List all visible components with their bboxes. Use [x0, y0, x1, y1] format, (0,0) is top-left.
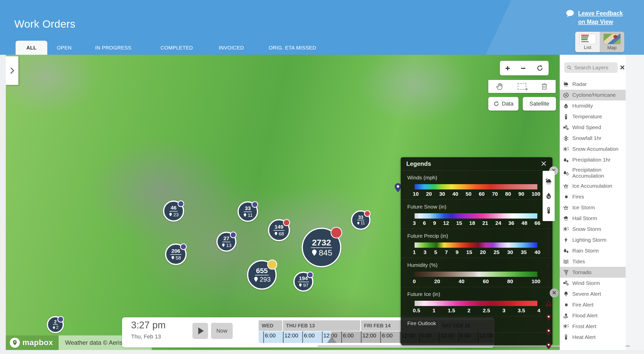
- bell-icon: [563, 291, 569, 297]
- marker-status-badge: [252, 201, 258, 208]
- cluster-marker[interactable]: 2732845: [302, 228, 341, 267]
- cluster-marker[interactable]: 20658: [165, 243, 187, 265]
- layer-search-input[interactable]: [574, 64, 615, 71]
- snow-acc-icon[interactable]: [545, 236, 552, 244]
- pin-icon[interactable]: [545, 342, 553, 350]
- tab-all[interactable]: ALL: [16, 41, 47, 55]
- tab-in-progress[interactable]: IN PROGRESS: [89, 41, 138, 55]
- tab-invoiced[interactable]: INVOICED: [212, 41, 251, 55]
- legend-section-label: Future Ice (in): [407, 291, 552, 297]
- cluster-marker[interactable]: 3311: [237, 201, 258, 222]
- tab-completed[interactable]: COMPLETED: [154, 41, 199, 55]
- chevron-right-icon: [8, 67, 16, 74]
- layer-item-wind-storm[interactable]: Wind Storm: [560, 278, 626, 288]
- chat-bubble-icon: [566, 9, 575, 18]
- delete-button[interactable]: [539, 81, 549, 91]
- marker-count: 2732: [311, 238, 332, 248]
- layer-item-label: Precipitation Accumulation: [572, 167, 619, 179]
- legend-section-label: Fire Outlook: [407, 320, 552, 326]
- layer-item-flood-alert[interactable]: Flood Alert: [560, 310, 626, 321]
- legend-tick-labels: 3691215182124364866: [413, 220, 540, 226]
- tab-orig-eta-missed[interactable]: ORIG. ETA MISSED: [262, 41, 323, 55]
- now-button[interactable]: Now: [211, 323, 233, 339]
- refresh-data-button[interactable]: Data: [488, 97, 518, 111]
- timeline-tick-label: 6:00: [341, 332, 354, 339]
- timeline-current-marker[interactable]: [327, 336, 337, 343]
- satellite-button[interactable]: Satellite: [523, 97, 556, 111]
- reset-view-button[interactable]: [536, 65, 543, 72]
- layer-item-cyclone-hurricane[interactable]: Cyclone/Hurricane: [560, 90, 626, 100]
- layer-item-frost-alert[interactable]: Frost Alert: [560, 321, 626, 332]
- feedback-link-line2: on Map View: [578, 18, 623, 26]
- layer-item-hail-storm[interactable]: Hail Storm: [560, 213, 626, 224]
- refresh-icon: [493, 101, 499, 107]
- layer-item-snowfall-1hr[interactable]: Snowfall 1hr: [560, 133, 626, 144]
- layer-item-rain-storm[interactable]: Rain Storm: [560, 245, 626, 256]
- cluster-marker[interactable]: 2713: [216, 232, 236, 252]
- marker-status-badge: [180, 243, 187, 250]
- layer-item-label: Precipitation 1hr: [572, 157, 611, 163]
- layer-item-severe-alert[interactable]: Severe Alert: [560, 288, 626, 299]
- layer-item-wind-speed[interactable]: Wind Speed: [560, 122, 626, 133]
- tab-open[interactable]: OPEN: [50, 41, 78, 55]
- legend-gradient-bar: [415, 213, 537, 219]
- precip-icon[interactable]: [545, 249, 552, 257]
- temperature-icon: [563, 114, 569, 120]
- map-view-button[interactable]: Map: [600, 32, 624, 52]
- zoom-in-button[interactable]: +: [505, 64, 510, 72]
- cluster-marker[interactable]: 4623: [163, 200, 184, 222]
- play-button[interactable]: [192, 323, 208, 339]
- layer-item-tornado[interactable]: Tornado: [560, 267, 626, 278]
- list-view-button[interactable]: List: [575, 32, 600, 52]
- zoom-out-button[interactable]: −: [521, 64, 526, 72]
- cluster-marker[interactable]: 655293: [247, 260, 277, 290]
- layer-item-temperature[interactable]: Temperature: [560, 111, 626, 122]
- trash-icon: [540, 82, 548, 90]
- layer-item-tides[interactable]: Tides: [560, 256, 626, 267]
- mapbox-logo[interactable]: mapbox: [6, 335, 59, 350]
- layer-item-fires[interactable]: Fires: [560, 191, 626, 202]
- layer-item-lighting-storm[interactable]: Lighting Storm: [560, 234, 626, 245]
- legend-gradient-bar: [415, 301, 537, 306]
- layer-item-precipitation-accumulation[interactable]: Precipitation Accumulation: [560, 165, 626, 180]
- precip-acc-icon[interactable]: [545, 262, 552, 270]
- cluster-marker[interactable]: 22: [47, 316, 64, 333]
- cluster-marker[interactable]: 14968: [268, 219, 290, 241]
- pin-icon[interactable]: [545, 328, 553, 336]
- marker-status-badge: [307, 272, 313, 278]
- timeline-day-label: WED: [259, 320, 282, 331]
- legend-section: Fire Outlook: [401, 316, 552, 333]
- layer-item-ice-storm[interactable]: Ice Storm: [560, 202, 626, 213]
- chevron-right-icon[interactable]: [545, 275, 552, 283]
- cluster-marker[interactable]: 19497: [293, 272, 313, 292]
- snowflake-icon[interactable]: [545, 223, 552, 231]
- pin-icon[interactable]: [545, 314, 553, 322]
- marker-count: 149: [273, 224, 284, 230]
- humidity-icon[interactable]: [545, 192, 552, 200]
- legend-section: Future Ice (in)0.511.522.533.54: [401, 287, 552, 316]
- legends-title: Legends: [406, 160, 431, 167]
- layer-item-ice-accumulation[interactable]: Ice Accumulation: [560, 180, 626, 191]
- sidebar-close-button[interactable]: ✕: [620, 64, 625, 72]
- feedback-link[interactable]: Leave Feedback on Map View: [566, 9, 623, 26]
- warning-icon[interactable]: [545, 299, 553, 308]
- layer-item-radar[interactable]: Radar: [560, 79, 626, 90]
- pan-tool-button[interactable]: [495, 81, 505, 91]
- legends-close-button[interactable]: ✕: [541, 160, 547, 168]
- layer-item-snow-storm[interactable]: Snow Storm: [560, 224, 626, 234]
- layer-item-label: Humidity: [572, 103, 593, 109]
- select-area-button[interactable]: [517, 81, 527, 91]
- layer-item-snow-accumulation[interactable]: Snow Accumulation: [560, 144, 626, 155]
- layer-item-label: Wind Storm: [572, 280, 600, 286]
- temperature-icon[interactable]: [545, 207, 552, 214]
- layer-item-fire-alert[interactable]: Fire Alert: [560, 299, 626, 310]
- layer-item-label: Rain Storm: [572, 248, 599, 254]
- radar-icon[interactable]: [545, 178, 552, 185]
- cluster-marker[interactable]: 3311: [351, 210, 371, 230]
- panel-expander-button[interactable]: [6, 56, 18, 85]
- layer-item-precipitation-1hr[interactable]: Precipitation 1hr: [560, 155, 626, 165]
- layer-item-humidity[interactable]: Humidity: [560, 100, 626, 111]
- precip-icon: [563, 157, 569, 163]
- side-toolbar-close-button-2[interactable]: ✕: [550, 288, 559, 297]
- layer-item-heat-alert[interactable]: Heat Alert: [560, 332, 626, 342]
